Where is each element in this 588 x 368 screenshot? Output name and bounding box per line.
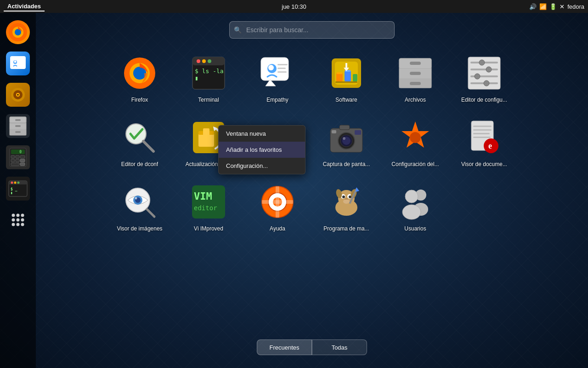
context-menu-item-ventana-nueva[interactable]: Ventana nueva xyxy=(219,126,305,142)
app-item-archivos[interactable]: Archivos xyxy=(381,48,450,112)
svg-text:e: e xyxy=(488,141,492,150)
svg-line-87 xyxy=(143,141,153,151)
svg-point-85 xyxy=(484,80,489,86)
svg-point-79 xyxy=(479,60,485,65)
svg-point-31 xyxy=(11,182,13,184)
sidebar-item-calc[interactable]: 0 xyxy=(3,143,33,172)
svg-rect-22 xyxy=(16,155,19,158)
volume-icon[interactable]: 🔊 xyxy=(529,3,537,10)
search-icon: 🔍 xyxy=(234,26,242,34)
search-container: 🔍 xyxy=(229,21,395,39)
speaker-sidebar-icon xyxy=(6,83,30,107)
firefox-sidebar-icon xyxy=(6,20,30,44)
svg-text:▮: ▮ xyxy=(195,75,198,81)
topbar-left: Actividades xyxy=(4,2,45,12)
svg-text:0: 0 xyxy=(19,150,22,154)
svg-text:editor: editor xyxy=(194,204,217,212)
svg-rect-16 xyxy=(15,125,21,127)
bottom-tabs: Frecuentes Todas xyxy=(257,339,367,355)
svg-point-41 xyxy=(21,218,24,222)
app-item-dconf[interactable]: Editor de dconf xyxy=(105,112,174,177)
app-item-ayuda[interactable]: Ayuda xyxy=(243,177,312,241)
svg-rect-27 xyxy=(11,163,19,166)
app-item-visor-img[interactable]: Visor de imágenes xyxy=(105,177,174,241)
app-item-visor-doc[interactable]: e Visor de docume... xyxy=(450,112,519,177)
svg-rect-74 xyxy=(410,62,421,65)
calc-sidebar-icon: 0 xyxy=(6,145,30,169)
svg-text:▮: ▮ xyxy=(11,191,13,195)
app-item-captura[interactable]: Captura de panta... xyxy=(312,112,381,177)
topbar: Actividades jue 10:30 🔊 📶 🔋 ✕ fedora xyxy=(0,0,588,13)
svg-point-57 xyxy=(268,65,274,70)
app-item-firefox[interactable]: Firefox xyxy=(105,48,174,112)
svg-point-98 xyxy=(343,137,345,140)
app-item-terminal[interactable]: $ ls -la ▮ Terminal xyxy=(174,48,243,112)
svg-point-51 xyxy=(202,59,206,63)
app-item-software[interactable]: Software xyxy=(312,48,381,112)
tab-todas[interactable]: Todas xyxy=(312,339,367,355)
svg-point-81 xyxy=(486,67,492,72)
svg-rect-80 xyxy=(470,69,498,70)
gimp-label: Programa de ma... xyxy=(323,225,369,232)
svg-rect-26 xyxy=(20,159,25,162)
vim-label: Vi IMproved xyxy=(194,225,223,232)
svg-rect-106 xyxy=(473,133,490,134)
visor-doc-icon-wrap: e xyxy=(464,117,505,158)
sidebar-item-speaker[interactable] xyxy=(3,80,33,109)
app-item-editor-config[interactable]: Editor de configu... xyxy=(450,48,519,112)
app-item-usuarios[interactable]: Usuarios xyxy=(381,177,450,241)
activities-button[interactable]: Actividades xyxy=(4,2,45,12)
svg-rect-68 xyxy=(353,74,357,81)
sidebar-item-grid[interactable] xyxy=(3,205,33,235)
battery-icon[interactable]: 🔋 xyxy=(549,3,557,10)
gimp-icon-wrap xyxy=(326,181,367,223)
context-menu-item-configuracion[interactable]: Configuración... xyxy=(219,158,305,174)
svg-rect-21 xyxy=(11,155,15,158)
sidebar-item-terminal[interactable]: $ _ ▮ xyxy=(3,174,33,203)
svg-rect-3 xyxy=(10,56,26,69)
software-icon-wrap xyxy=(326,52,367,94)
visor-doc-label: Visor de docume... xyxy=(461,161,507,167)
svg-point-39 xyxy=(12,218,15,222)
ayuda-label: Ayuda xyxy=(270,225,285,232)
context-menu-item-favoritos[interactable]: Añadir a los favoritos xyxy=(219,142,305,158)
close-icon[interactable]: ✕ xyxy=(560,3,565,10)
svg-point-50 xyxy=(197,59,200,63)
svg-point-138 xyxy=(402,205,421,219)
sidebar-item-firefox[interactable] xyxy=(3,17,33,47)
svg-point-37 xyxy=(17,214,20,217)
context-menu: Ventana nueva Añadir a los favoritos Con… xyxy=(218,125,305,174)
app-item-vim[interactable]: VIM editor Vi IMproved xyxy=(174,177,243,241)
svg-rect-76 xyxy=(410,82,421,85)
svg-rect-25 xyxy=(16,159,19,162)
app-item-configuracion[interactable]: Configuración del... xyxy=(381,112,450,177)
wifi-icon[interactable]: 📶 xyxy=(539,3,547,10)
sidebar-item-empathy[interactable] xyxy=(3,49,33,78)
svg-marker-134 xyxy=(356,187,359,192)
apps-area: 🔍 Firefox xyxy=(36,13,588,368)
svg-point-137 xyxy=(405,190,418,203)
svg-rect-64 xyxy=(336,73,343,81)
svg-point-5 xyxy=(14,61,17,63)
search-input[interactable] xyxy=(229,21,395,39)
svg-point-52 xyxy=(208,59,211,63)
tab-frecuentes[interactable]: Frecuentes xyxy=(257,339,312,355)
datetime-display: jue 10:30 xyxy=(282,3,306,10)
apps-grid: Firefox $ ls -la ▮ Terminal xyxy=(105,48,519,241)
dconf-label: Editor de dconf xyxy=(121,161,158,167)
svg-point-10 xyxy=(17,94,19,96)
svg-point-40 xyxy=(17,218,20,222)
app-item-gimp[interactable]: Programa de ma... xyxy=(312,177,381,241)
captura-label: Captura de panta... xyxy=(323,161,370,167)
sidebar-item-files[interactable] xyxy=(3,111,33,141)
svg-point-43 xyxy=(17,223,20,226)
terminal-sidebar-icon: $ _ ▮ xyxy=(6,177,30,201)
user-label[interactable]: fedora xyxy=(567,3,584,10)
svg-rect-100 xyxy=(355,130,361,135)
app-item-empathy[interactable]: Empathy xyxy=(243,48,312,112)
terminal-icon-wrap: $ ls -la ▮ xyxy=(188,52,229,94)
svg-point-33 xyxy=(17,182,20,184)
svg-rect-17 xyxy=(15,131,21,133)
svg-point-32 xyxy=(14,182,17,184)
svg-rect-122 xyxy=(262,200,293,204)
